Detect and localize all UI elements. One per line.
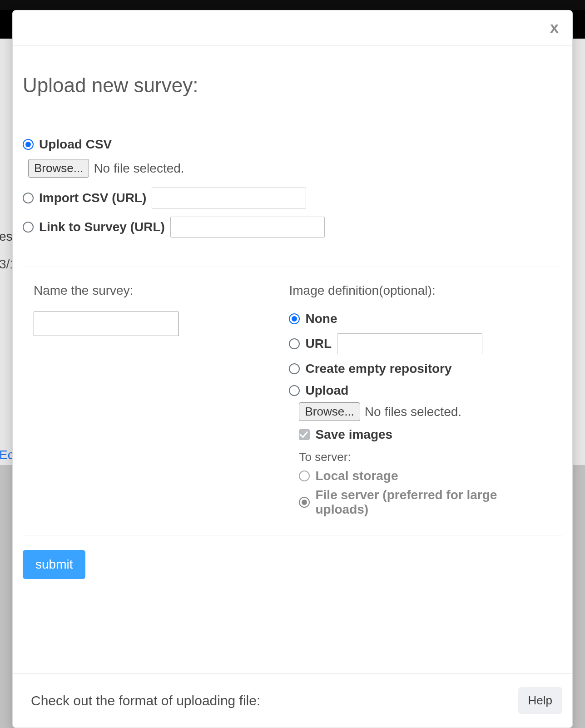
save-images-row: Save images bbox=[299, 427, 562, 442]
upload-survey-modal: x Upload new survey: Upload CSV Browse..… bbox=[12, 10, 573, 728]
label-upload-csv: Upload CSV bbox=[39, 137, 112, 152]
image-option-upload-row: Upload bbox=[289, 383, 562, 398]
import-csv-url-input[interactable] bbox=[152, 188, 306, 208]
browse-image-button[interactable]: Browse... bbox=[299, 402, 360, 421]
details-section: Name the survey: Image definition(option… bbox=[23, 267, 562, 517]
storage-file-server-row: File server (preferred for large uploads… bbox=[299, 488, 562, 517]
checkbox-save-images[interactable] bbox=[299, 429, 310, 440]
submit-region: submit bbox=[23, 535, 562, 579]
image-url-input[interactable] bbox=[337, 333, 482, 354]
label-image-none: None bbox=[305, 312, 337, 326]
background-clipped-text-1: es bbox=[0, 229, 13, 244]
radio-upload-csv[interactable] bbox=[23, 139, 34, 150]
modal-header: x bbox=[13, 10, 572, 46]
radio-import-csv-url[interactable] bbox=[23, 193, 34, 203]
label-image-url: URL bbox=[305, 337, 332, 351]
name-section: Name the survey: bbox=[23, 283, 271, 517]
radio-link-survey-url[interactable] bbox=[23, 222, 34, 233]
modal-footer: Check out the format of uploading file: … bbox=[13, 673, 572, 728]
radio-image-url[interactable] bbox=[289, 338, 300, 349]
image-definition-label: Image definition(optional): bbox=[289, 283, 562, 298]
image-upload-file-picker: Browse... No files selected. bbox=[299, 402, 562, 421]
option-import-csv-url-row: Import CSV (URL) bbox=[23, 188, 562, 208]
image-option-none-row: None bbox=[289, 312, 562, 326]
image-option-url-row: URL bbox=[289, 333, 562, 354]
label-storage-local: Local storage bbox=[315, 469, 398, 483]
storage-local-row: Local storage bbox=[299, 469, 562, 483]
label-save-images: Save images bbox=[315, 427, 392, 442]
label-link-survey-url: Link to Survey (URL) bbox=[39, 220, 165, 234]
name-survey-label: Name the survey: bbox=[34, 283, 271, 298]
image-upload-file-status: No files selected. bbox=[365, 405, 461, 419]
option-upload-csv-row: Upload CSV bbox=[23, 137, 562, 152]
page-dark-top-bar bbox=[0, 0, 585, 10]
footer-text: Check out the format of uploading file: bbox=[31, 693, 260, 708]
image-definition-section: Image definition(optional): None URL Cre… bbox=[289, 283, 562, 517]
radio-storage-file-server[interactable] bbox=[299, 497, 310, 508]
source-options: Upload CSV Browse... No file selected. I… bbox=[23, 137, 562, 238]
image-upload-nested: Browse... No files selected. Save images… bbox=[299, 402, 562, 517]
modal-title: Upload new survey: bbox=[23, 46, 562, 117]
radio-image-upload[interactable] bbox=[289, 385, 300, 396]
link-survey-url-input[interactable] bbox=[170, 217, 325, 238]
image-option-create-repo-row: Create empty repository bbox=[289, 362, 562, 376]
option-link-survey-url-row: Link to Survey (URL) bbox=[23, 217, 562, 238]
help-button[interactable]: Help bbox=[518, 687, 562, 714]
upload-csv-file-picker: Browse... No file selected. bbox=[28, 159, 562, 178]
close-icon[interactable]: x bbox=[546, 20, 562, 36]
label-image-create-repo: Create empty repository bbox=[305, 362, 451, 376]
modal-body: Upload new survey: Upload CSV Browse... … bbox=[13, 46, 572, 673]
label-image-upload: Upload bbox=[305, 383, 348, 398]
browse-csv-button[interactable]: Browse... bbox=[28, 159, 89, 178]
radio-image-create-repo[interactable] bbox=[289, 363, 300, 374]
radio-image-none[interactable] bbox=[289, 313, 300, 324]
radio-storage-local[interactable] bbox=[299, 470, 310, 481]
submit-button[interactable]: submit bbox=[23, 550, 85, 579]
upload-csv-file-status: No file selected. bbox=[94, 161, 184, 176]
label-storage-file-server: File server (preferred for large uploads… bbox=[315, 488, 524, 517]
label-import-csv-url: Import CSV (URL) bbox=[39, 191, 146, 205]
survey-name-input[interactable] bbox=[34, 312, 179, 336]
to-server-label: To server: bbox=[299, 450, 562, 464]
